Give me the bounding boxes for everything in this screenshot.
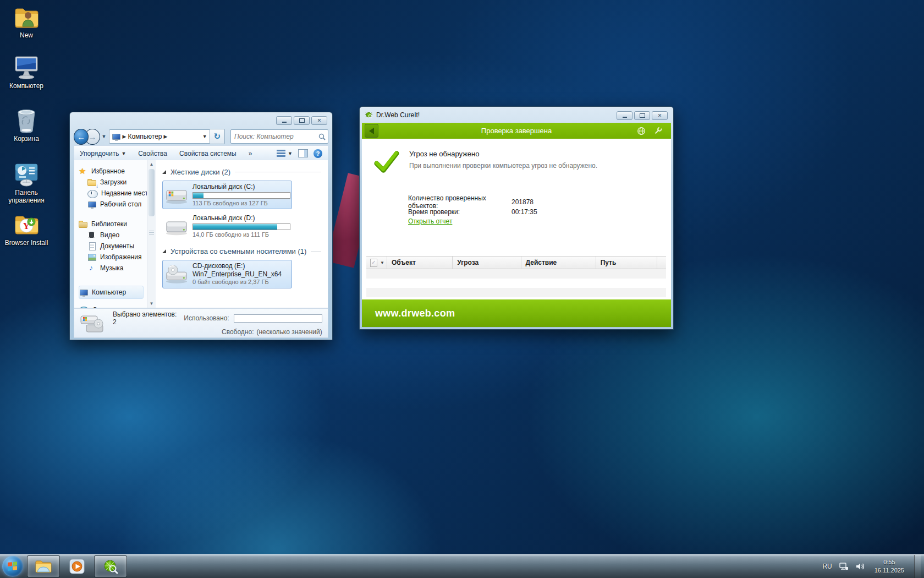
sidebar-label: Загрузки <box>100 178 127 186</box>
sidebar-item-downloads[interactable]: Загрузки <box>79 177 147 188</box>
sidebar-item-documents[interactable]: Документы <box>79 241 147 252</box>
desktop-icon-control-panel[interactable]: Панель управления <box>0 161 53 205</box>
group-header-removable[interactable]: Устройства со съемными носителями (1) <box>162 247 321 255</box>
windows-flag-icon <box>8 561 18 571</box>
taskbar-button-explorer[interactable] <box>27 555 60 577</box>
sidebar-label: Изображения <box>100 253 141 261</box>
scroll-up-icon[interactable]: ▲ <box>147 160 156 168</box>
scan-status-title: Проверка завершена <box>362 127 671 135</box>
stat-value: 201878 <box>512 198 534 206</box>
table-row <box>366 269 666 279</box>
search-input[interactable] <box>233 132 318 141</box>
explorer-navbar: ← → ▼ ▶ Компьютер ▶ ▼ ↻ <box>74 128 328 145</box>
address-bar[interactable]: ▶ Компьютер ▶ ▼ <box>109 129 210 144</box>
open-report-link[interactable]: Открыть отчет <box>408 217 452 225</box>
desktop-icon-recycle-bin[interactable]: Корзина <box>0 107 53 143</box>
sidebar-scrollbar[interactable]: ▲ ▼ <box>147 160 156 308</box>
navigation-pane: Избранное Загрузки Недавние места Рабочи… <box>74 160 147 308</box>
explorer-toolbar: Упорядочить▼ Свойства Свойства системы »… <box>74 145 328 161</box>
sidebar-item-favorites[interactable]: Избранное <box>79 166 147 177</box>
close-button[interactable]: ✕ <box>311 116 327 125</box>
desktop-icon-label: Панель управления <box>0 189 53 205</box>
sidebar-label: Недавние места <box>101 189 147 197</box>
scroll-down-icon[interactable]: ▼ <box>147 299 156 308</box>
scrollbar-thumb[interactable] <box>148 169 155 216</box>
breadcrumb-arrow-icon[interactable]: ▶ <box>164 134 168 139</box>
desktop-icon-browser-install[interactable]: Y Browser Install <box>0 211 53 247</box>
address-dropdown-icon[interactable]: ▼ <box>202 134 207 139</box>
drweb-header-bar: Проверка завершена <box>362 123 671 139</box>
drive-item-c[interactable]: Локальный диск (C:) 113 ГБ свободно из 1… <box>162 181 292 209</box>
sidebar-label: Компьютер <box>92 288 126 296</box>
sidebar-item-pictures[interactable]: Изображения <box>79 252 147 263</box>
breadcrumb[interactable]: Компьютер <box>128 133 162 140</box>
computer-mini-icon <box>79 288 89 297</box>
taskbar-button-drweb[interactable] <box>94 555 127 577</box>
drweb-spider-icon <box>365 111 373 119</box>
column-header-object[interactable]: Объект <box>387 257 453 269</box>
drweb-window: Dr.Web CureIt! ✕ Проверка завершена <box>359 106 674 330</box>
close-button[interactable]: ✕ <box>652 111 668 120</box>
drweb-content: Угроз не обнаружено При выполнении прове… <box>362 139 671 299</box>
drive-item-d[interactable]: Локальный диск (D:) 14,0 ГБ свободно из … <box>162 212 292 241</box>
drweb-url[interactable]: www.drweb.com <box>362 308 455 319</box>
start-button[interactable] <box>2 556 23 577</box>
maximize-button[interactable] <box>634 111 650 120</box>
volume-icon[interactable] <box>855 562 865 571</box>
stat-value: 00:17:35 <box>512 208 537 216</box>
sidebar-label: Музыка <box>100 264 123 272</box>
network-icon[interactable] <box>839 562 849 571</box>
group-header-hdd[interactable]: Жесткие диски (2) <box>162 168 321 176</box>
column-header-threat[interactable]: Угроза <box>453 257 521 269</box>
sidebar-item-music[interactable]: Музыка <box>79 263 147 274</box>
desktop-icon-label: New <box>0 32 53 40</box>
sidebar-label: Документы <box>100 242 134 250</box>
collapse-triangle-icon[interactable] <box>162 170 166 174</box>
show-desktop-button[interactable] <box>914 555 921 578</box>
sidebar-item-network[interactable]: Сеть <box>79 304 147 308</box>
column-header-path[interactable]: Путь <box>596 257 657 269</box>
history-dropdown-icon[interactable]: ▼ <box>102 134 107 139</box>
organize-button[interactable]: Упорядочить▼ <box>80 150 126 157</box>
drive-usage-bar <box>193 223 290 230</box>
maximize-button[interactable] <box>294 116 310 125</box>
chevron-down-icon: ▼ <box>288 151 293 156</box>
select-all-header[interactable]: ✓ ▼ <box>366 257 387 269</box>
sidebar-item-videos[interactable]: Видео <box>79 230 147 241</box>
clock[interactable]: 0:55 16.11.2025 <box>875 558 904 575</box>
star-icon <box>79 167 88 176</box>
sidebar-item-desktop[interactable]: Рабочий стол <box>79 199 147 210</box>
properties-button[interactable]: Свойства <box>138 150 167 157</box>
system-tray: RU 0:55 16.11.2025 <box>822 555 924 578</box>
column-header-action[interactable]: Действие <box>521 257 596 269</box>
taskbar-button-media-player[interactable] <box>61 556 93 577</box>
language-indicator[interactable]: RU <box>822 563 832 570</box>
sidebar-item-recent-places[interactable]: Недавние места <box>79 188 147 199</box>
collapse-triangle-icon[interactable] <box>162 249 166 253</box>
wrench-icon[interactable] <box>653 127 662 135</box>
minimize-button[interactable] <box>617 111 632 120</box>
chevron-down-icon[interactable]: ▼ <box>380 260 384 265</box>
desktop-icon-label: Browser Install <box>0 239 53 247</box>
sidebar-item-libraries[interactable]: Библиотеки <box>79 219 147 230</box>
search-box[interactable] <box>230 129 328 144</box>
column-header-spare <box>657 257 666 269</box>
sidebar-item-computer[interactable]: Компьютер <box>79 286 144 299</box>
preview-pane-button[interactable] <box>298 149 308 157</box>
globe-icon[interactable] <box>637 127 646 135</box>
change-view-button[interactable]: ▼ <box>277 150 293 157</box>
checkbox-icon[interactable]: ✓ <box>370 259 377 267</box>
used-label: Использовано: <box>184 314 229 322</box>
free-label: Свободно: <box>222 328 254 336</box>
desktop-icon-computer[interactable]: Компьютер <box>0 54 53 90</box>
help-icon[interactable]: ? <box>314 149 322 158</box>
system-properties-button[interactable]: Свойства системы <box>179 150 237 157</box>
toolbar-overflow-button[interactable]: » <box>249 150 252 157</box>
cd-drive-icon <box>165 264 188 284</box>
minimize-button[interactable] <box>276 116 292 125</box>
back-button[interactable]: ← <box>74 129 89 145</box>
desktop-icon-new[interactable]: New <box>0 3 53 40</box>
refresh-button[interactable]: ↻ <box>210 129 225 144</box>
drive-item-e-cd[interactable]: CD-дисковод (E:) Win7_Enterprise_RU_EN_x… <box>162 260 292 288</box>
taskbar: RU 0:55 16.11.2025 <box>0 554 924 578</box>
